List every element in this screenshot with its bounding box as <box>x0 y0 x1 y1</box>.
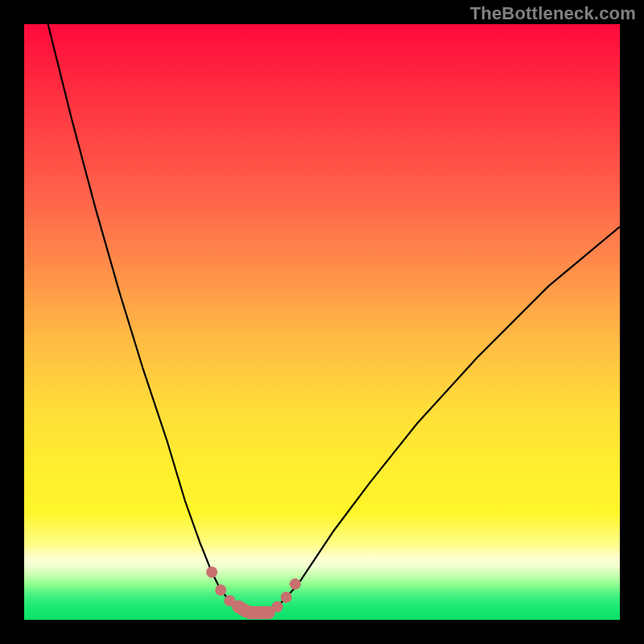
plot-area <box>24 24 620 620</box>
chart-frame: TheBottleneck.com <box>0 0 644 644</box>
watermark-text: TheBottleneck.com <box>470 3 636 24</box>
right-curve <box>268 227 620 613</box>
svg-point-9 <box>281 592 292 603</box>
dotted-salmon <box>206 567 301 619</box>
svg-point-0 <box>206 567 217 578</box>
left-curve <box>48 24 251 613</box>
curve-layer <box>24 24 620 620</box>
svg-point-10 <box>290 579 301 590</box>
svg-point-1 <box>215 584 226 596</box>
svg-point-8 <box>272 601 283 613</box>
